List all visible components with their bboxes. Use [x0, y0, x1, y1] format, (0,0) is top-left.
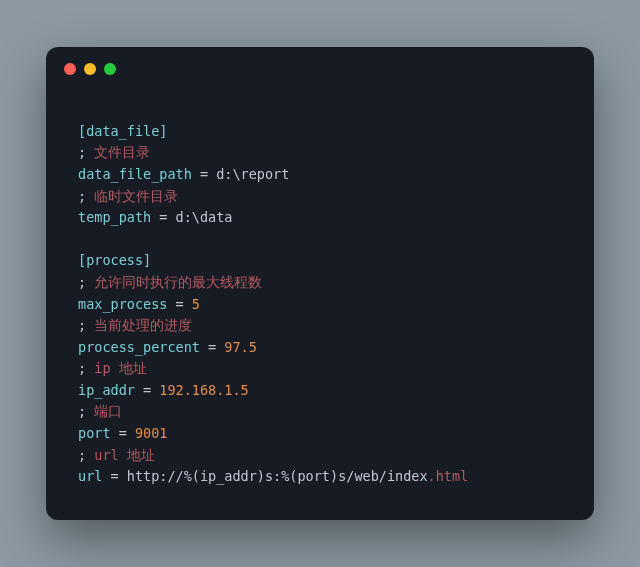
ini-section: [data_file] — [78, 123, 167, 139]
code-window: [data_file] ; 文件目录 data_file_path = d:\r… — [46, 47, 594, 520]
equals: = — [151, 209, 175, 225]
equals: = — [111, 425, 135, 441]
ini-key: port — [78, 425, 111, 441]
blank-line — [78, 231, 86, 247]
equals: = — [192, 166, 216, 182]
ini-key: url — [78, 468, 102, 484]
comment-text: url 地址 — [94, 447, 155, 463]
ini-key: process_percent — [78, 339, 200, 355]
ini-value: 97.5 — [224, 339, 257, 355]
comment-delim: ; — [78, 144, 94, 160]
ini-key: max_process — [78, 296, 167, 312]
comment-text: 临时文件目录 — [94, 188, 178, 204]
maximize-icon[interactable] — [104, 63, 116, 75]
ini-key: data_file_path — [78, 166, 192, 182]
comment-delim: ; — [78, 447, 94, 463]
comment-delim: ; — [78, 403, 94, 419]
equals: = — [102, 468, 126, 484]
comment-text: 允许同时执行的最大线程数 — [94, 274, 262, 290]
ini-value: 9001 — [135, 425, 168, 441]
url-var: port — [297, 468, 330, 484]
url-var: ip_addr — [200, 468, 257, 484]
url-path: )s/web/index — [330, 468, 428, 484]
comment-text: ip 地址 — [94, 360, 146, 376]
ini-value: d:\report — [216, 166, 289, 182]
close-icon[interactable] — [64, 63, 76, 75]
comment-delim: ; — [78, 188, 94, 204]
minimize-icon[interactable] — [84, 63, 96, 75]
ini-key: ip_addr — [78, 382, 135, 398]
url-scheme: http — [127, 468, 160, 484]
url-delim: ://%( — [159, 468, 200, 484]
comment-text: 文件目录 — [94, 144, 150, 160]
ini-value: 5 — [192, 296, 200, 312]
ini-value: d:\data — [176, 209, 233, 225]
comment-delim: ; — [78, 360, 94, 376]
window-titlebar — [46, 47, 594, 75]
comment-text: 端口 — [94, 403, 122, 419]
equals: = — [167, 296, 191, 312]
code-content: [data_file] ; 文件目录 data_file_path = d:\r… — [46, 75, 594, 520]
ini-section: [process] — [78, 252, 151, 268]
equals: = — [200, 339, 224, 355]
url-ext: .html — [428, 468, 469, 484]
comment-text: 当前处理的进度 — [94, 317, 192, 333]
comment-delim: ; — [78, 274, 94, 290]
ini-key: temp_path — [78, 209, 151, 225]
equals: = — [135, 382, 159, 398]
ini-value: 192.168.1.5 — [159, 382, 248, 398]
url-delim: )s:%( — [257, 468, 298, 484]
comment-delim: ; — [78, 317, 94, 333]
